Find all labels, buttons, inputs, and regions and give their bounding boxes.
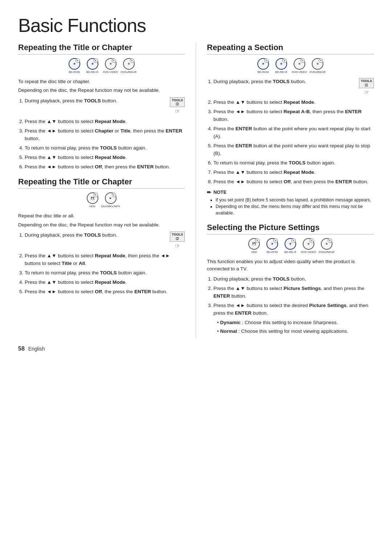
- list-item: Press the ◄► buttons to select Chapter o…: [25, 127, 185, 143]
- section-repeat-title-hdd: Repeating the Title or Chapter 💾 HDD ▶ D…: [18, 177, 185, 296]
- page-number: 58: [18, 346, 25, 352]
- section1-title: Repeating the Title or Chapter: [18, 43, 185, 54]
- section-picture-settings: Selecting the Picture Settings 💾 HDD ⊕ B…: [207, 223, 374, 335]
- list-item: Press the ◄► buttons to select Off, the …: [25, 288, 185, 296]
- list-item: Press the ▲▼ buttons to select Repeat Mo…: [25, 118, 185, 126]
- disc-icon-dvd2: ⊕ DVD-VIDEO: [301, 238, 317, 254]
- disc-icons-row4: 💾 HDD ⊕ BD-ROM ⊕ BD-RE/-R ⊕ DVD-VIDEO ⊕: [207, 238, 374, 254]
- disc-icon-dvdrw-r: ⊕ DVD±RW/±R: [310, 58, 326, 74]
- list-item: Press the ENTER button at the point wher…: [213, 125, 374, 140]
- page-footer: 58 English: [18, 346, 374, 352]
- disc-icons-row2: 💾 HDD ▶ DivX/MKV/MP4: [18, 192, 185, 208]
- disc-icon-dvd-video: ⊕ DVD-VIDEO: [103, 58, 119, 74]
- disc-icon-mkv: ▶ DivX/MKV/MP4: [103, 192, 119, 208]
- disc-icon-bd-rom-r: ⊕ BD-ROM: [255, 58, 271, 74]
- disc-icon-bd-re-r: ⊕ BD-RE/-R: [273, 58, 289, 74]
- right-section1-title: Repeating a Section: [207, 43, 374, 54]
- list-item: Press the ▲▼ buttons to select Picture S…: [213, 285, 374, 300]
- list-item: Press the ▲▼ buttons to select Repeat Mo…: [25, 279, 185, 286]
- list-item: Press the ◄► buttons to select Repeat A-…: [213, 108, 374, 123]
- right-section2-title: Selecting the Picture Settings: [207, 223, 374, 234]
- right-column: Repeating a Section ⊕ BD-ROM ⊕ BD-RE/-R …: [196, 43, 374, 338]
- disc-icon-dvd-r: ⊕ DVD-VIDEO: [291, 58, 307, 74]
- section2-title: Repeating the Title or Chapter: [18, 177, 185, 189]
- list-item: To return to normal play, press the TOOL…: [25, 269, 185, 277]
- note-item: Depending on the disc, the menu items ma…: [216, 203, 374, 216]
- disc-icon-hdd: 💾 HDD: [85, 192, 101, 208]
- list-item: Press the ◄► buttons to select Off, then…: [25, 163, 185, 171]
- list-item: During playback, press the TOOLS button.…: [25, 232, 185, 250]
- list-item: Press the ENTER button at the point wher…: [213, 142, 374, 158]
- hand-icon: ☞: [170, 107, 185, 116]
- disc-icon-bd-rom: ⊕ BD-ROM: [66, 58, 82, 74]
- disc-icon-dvdrw: ⊕ DVD±RW/±R: [121, 58, 137, 74]
- sub-bullet-dynamic: Dynamic : Choose this setting to increas…: [217, 319, 374, 327]
- list-item: Press the ▲▼ buttons to select Repeat Mo…: [25, 154, 185, 162]
- section-repeat-title-bd: Repeating the Title or Chapter ⊕ BD-ROM …: [18, 43, 185, 171]
- sub-bullet-normal: Normal : Choose this setting for most vi…: [217, 328, 374, 335]
- right-section1-steps: During playback, press the TOOLS button.…: [213, 78, 374, 186]
- right-section2-steps: During playback, press the TOOLS button.…: [213, 275, 374, 335]
- page-main-title: Basic Functions: [18, 15, 374, 36]
- list-item: To return to normal play, press the TOOL…: [213, 159, 374, 167]
- hand-icon3: ☞: [359, 88, 374, 97]
- tools-button-icon3: TOOLS◫: [359, 78, 374, 88]
- disc-icon-dvdrw2: ⊕ DVD±RW/±R: [319, 238, 335, 254]
- section-repeating-section: Repeating a Section ⊕ BD-ROM ⊕ BD-RE/-R …: [207, 43, 374, 216]
- note-list: If you set point (B) before 5 seconds ha…: [216, 197, 374, 216]
- section1-desc1: To repeat the disc title or chapter.: [18, 78, 185, 85]
- hand-icon2: ☞: [170, 242, 185, 251]
- disc-icon-bd-re2: ⊕ BD-RE/-R: [282, 238, 298, 254]
- section2-desc2: Depending on the disc, the Repeat functi…: [18, 221, 185, 229]
- disc-icon-bd-rom2: ⊕ BD-ROM: [264, 238, 280, 254]
- list-item: Press the ◄► buttons to select Off, and …: [213, 178, 374, 186]
- section1-steps: During playback, press the TOOLS button.…: [25, 97, 185, 171]
- list-item: Press the ▲▼ buttons to select Repeat Mo…: [213, 99, 374, 106]
- note-label: NOTE: [213, 189, 226, 195]
- note-item: If you set point (B) before 5 seconds ha…: [216, 197, 374, 203]
- note-header: ✏ NOTE: [207, 189, 374, 195]
- tools-button-icon2: TOOLS◫: [170, 232, 185, 242]
- list-item: Press the ▲▼ buttons to select Repeat Mo…: [213, 169, 374, 176]
- section2-desc1: Repeat the disc title or all.: [18, 212, 185, 220]
- list-item: During playback, press the TOOLS button.…: [25, 97, 185, 116]
- note-pencil-icon: ✏: [207, 189, 211, 195]
- list-item: During playback, press the TOOLS button.…: [213, 78, 374, 97]
- disc-icons-row3: ⊕ BD-ROM ⊕ BD-RE/-R ⊕ DVD-VIDEO ⊕ DVD±RW…: [207, 58, 374, 74]
- left-column: Repeating the Title or Chapter ⊕ BD-ROM …: [18, 43, 196, 338]
- disc-icon-hdd2: 💾 HDD: [246, 238, 262, 254]
- disc-icon-bd-re: ⊕ BD-RE/-R: [85, 58, 101, 74]
- tools-button-icon: TOOLS◫: [170, 97, 185, 107]
- section1-desc2: Depending on the disc, the Repeat functi…: [18, 87, 185, 94]
- section2-steps: During playback, press the TOOLS button.…: [25, 232, 185, 296]
- list-item: During playback, press the TOOLS button.: [213, 275, 374, 283]
- list-item: Press the ▲▼ buttons to select Repeat Mo…: [25, 252, 185, 267]
- list-item: To return to normal play, press the TOOL…: [25, 144, 185, 152]
- page-language: English: [28, 346, 45, 352]
- list-item: Press the ◄► buttons to select the desir…: [213, 302, 374, 335]
- disc-icons-row1: ⊕ BD-ROM ⊕ BD-RE/-R ⊕ DVD-VIDEO ⊕ DVD±RW…: [18, 58, 185, 74]
- right-section2-desc: This function enables you to adjust vide…: [207, 258, 374, 273]
